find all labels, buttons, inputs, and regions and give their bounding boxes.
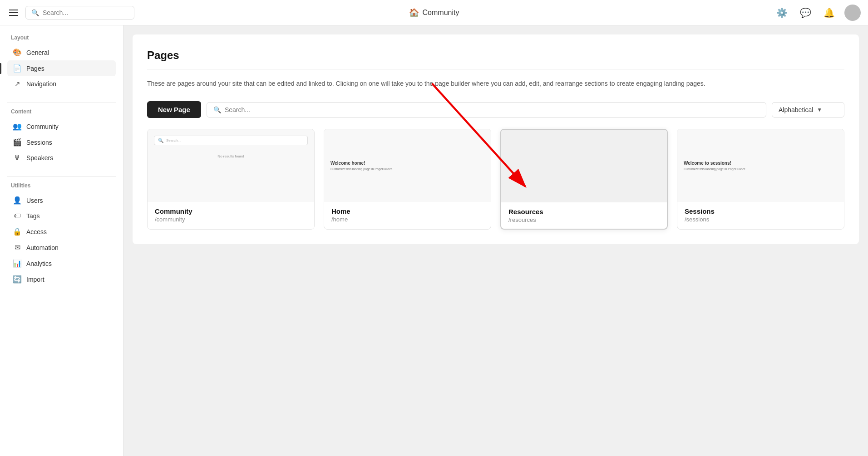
layout-section-title: Layout — [7, 34, 116, 41]
new-page-button[interactable]: New Page — [147, 101, 201, 118]
page-name-home: Home — [331, 207, 483, 215]
preview-search-bar: 🔍 Search... — [154, 136, 308, 145]
global-search-input[interactable] — [43, 9, 128, 16]
preview-title-home: Welcome home! — [330, 161, 365, 166]
preview-subtitle-sessions: Customize this landing page in PageBuild… — [684, 167, 746, 171]
page-name-community: Community — [155, 207, 307, 215]
sidebar-label-pages: Pages — [26, 65, 44, 72]
community-icon: 👥 — [13, 122, 22, 131]
sidebar-section-content: Content 👥 Community 🎬 Sessions 🎙 Speaker… — [0, 108, 123, 166]
sort-dropdown[interactable]: Alphabetical ▼ — [772, 102, 844, 118]
access-icon: 🔒 — [13, 227, 22, 236]
page-card-home[interactable]: Welcome home! Customize this landing pag… — [324, 129, 491, 230]
sidebar-item-community[interactable]: 👥 Community — [7, 118, 116, 134]
page-path-resources: /resources — [508, 216, 660, 223]
search-icon: 🔍 — [213, 106, 221, 113]
page-name-resources: Resources — [508, 208, 660, 216]
sidebar-item-speakers[interactable]: 🎙 Speakers — [7, 150, 116, 166]
page-divider — [147, 69, 844, 69]
sidebar-item-access[interactable]: 🔒 Access — [7, 224, 116, 240]
sidebar-section-utilities: Utilities 👤 Users 🏷 Tags 🔒 Access ✉ Auto… — [0, 182, 123, 287]
sidebar-divider-2 — [7, 177, 116, 177]
content-section-title: Content — [7, 108, 116, 115]
page-card-sessions[interactable]: Welcome to sessions! Customize this land… — [677, 129, 844, 230]
sort-label: Alphabetical — [779, 106, 813, 113]
page-preview-home: Welcome home! Customize this landing pag… — [324, 129, 491, 202]
avatar[interactable] — [844, 5, 861, 21]
general-icon: 🎨 — [13, 48, 22, 57]
page-preview-community: 🔍 Search... No results found — [148, 129, 314, 202]
settings-button[interactable]: ⚙️ — [774, 5, 790, 21]
preview-search-text: Search... — [166, 138, 181, 142]
sidebar-item-automation[interactable]: ✉ Automation — [7, 240, 116, 255]
page-path-sessions: /sessions — [685, 216, 837, 223]
sidebar-item-import[interactable]: 🔄 Import — [7, 271, 116, 287]
messages-button[interactable]: 💬 — [797, 5, 814, 21]
page-description: These are pages around your site that ca… — [147, 78, 844, 88]
speakers-icon: 🎙 — [13, 154, 22, 162]
page-card-info-home: Home /home — [324, 202, 491, 228]
sidebar-label-tags: Tags — [26, 212, 40, 220]
page-name-sessions: Sessions — [685, 207, 837, 215]
page-card-info-sessions: Sessions /sessions — [677, 202, 844, 228]
preview-subtitle-home: Customize this landing page in PageBuild… — [330, 167, 393, 171]
top-navigation: 🔍 🏠 Community ⚙️ 💬 🔔 — [0, 0, 868, 25]
page-path-community: /community — [155, 216, 307, 223]
sidebar-item-navigation[interactable]: ↗ Navigation — [7, 76, 116, 92]
utilities-section-title: Utilities — [7, 182, 116, 189]
sidebar-item-analytics[interactable]: 📊 Analytics — [7, 255, 116, 271]
sidebar-item-pages[interactable]: 📄 Pages — [7, 60, 116, 76]
sidebar-label-community: Community — [26, 123, 59, 130]
community-title: Community — [423, 9, 459, 17]
pages-search-bar[interactable]: 🔍 — [207, 102, 766, 118]
preview-no-results: No results found — [154, 154, 308, 158]
sidebar-label-general: General — [26, 49, 49, 56]
page-card-info-resources: Resources /resources — [501, 202, 667, 229]
sidebar-label-navigation: Navigation — [26, 80, 56, 88]
pages-icon: 📄 — [13, 64, 22, 73]
pages-content-card: Pages These are pages around your site t… — [133, 34, 859, 244]
automation-icon: ✉ — [13, 243, 22, 252]
sidebar-label-analytics: Analytics — [26, 260, 52, 267]
page-preview-resources — [501, 130, 667, 202]
nav-center: 🏠 Community — [409, 8, 459, 18]
pages-search-input[interactable] — [225, 106, 760, 113]
import-icon: 🔄 — [13, 275, 22, 284]
sidebar-divider-1 — [7, 103, 116, 103]
preview-search-icon: 🔍 — [158, 138, 163, 143]
analytics-icon: 📊 — [13, 259, 22, 268]
chevron-down-icon: ▼ — [817, 107, 838, 113]
sidebar-label-speakers: Speakers — [26, 154, 53, 162]
sidebar-item-sessions[interactable]: 🎬 Sessions — [7, 134, 116, 150]
page-card-info-community: Community /community — [148, 202, 314, 228]
tags-icon: 🏷 — [13, 212, 22, 220]
search-icon: 🔍 — [31, 9, 39, 16]
navigation-icon: ↗ — [13, 80, 22, 88]
hamburger-button[interactable] — [7, 8, 20, 18]
sidebar-label-users: Users — [26, 197, 43, 204]
nav-right: ⚙️ 💬 🔔 — [774, 5, 861, 21]
sessions-icon: 🎬 — [13, 138, 22, 147]
sidebar-item-users[interactable]: 👤 Users — [7, 192, 116, 208]
notifications-button[interactable]: 🔔 — [821, 5, 837, 21]
sidebar: Layout 🎨 General 📄 Pages ↗ Navigation Co… — [0, 25, 123, 456]
page-preview-sessions: Welcome to sessions! Customize this land… — [677, 129, 844, 202]
page-title: Pages — [147, 49, 844, 62]
sidebar-item-tags[interactable]: 🏷 Tags — [7, 208, 116, 224]
page-path-home: /home — [331, 216, 483, 223]
pages-toolbar: New Page 🔍 Alphabetical ▼ — [147, 101, 844, 118]
page-card-community[interactable]: 🔍 Search... No results found Community /… — [147, 129, 315, 230]
main-content: Pages These are pages around your site t… — [123, 25, 868, 456]
nav-left: 🔍 — [7, 6, 134, 20]
pages-grid: 🔍 Search... No results found Community /… — [147, 129, 844, 230]
page-card-resources[interactable]: Resources /resources — [500, 129, 668, 230]
sidebar-label-automation: Automation — [26, 244, 59, 251]
sidebar-label-access: Access — [26, 228, 47, 235]
app-body: Layout 🎨 General 📄 Pages ↗ Navigation Co… — [0, 25, 868, 456]
home-icon: 🏠 — [409, 8, 419, 18]
sidebar-item-general[interactable]: 🎨 General — [7, 44, 116, 60]
sidebar-section-layout: Layout 🎨 General 📄 Pages ↗ Navigation — [0, 34, 123, 92]
sidebar-label-sessions: Sessions — [26, 139, 52, 146]
global-search-bar[interactable]: 🔍 — [25, 6, 134, 20]
preview-title-sessions: Welcome to sessions! — [684, 161, 731, 166]
